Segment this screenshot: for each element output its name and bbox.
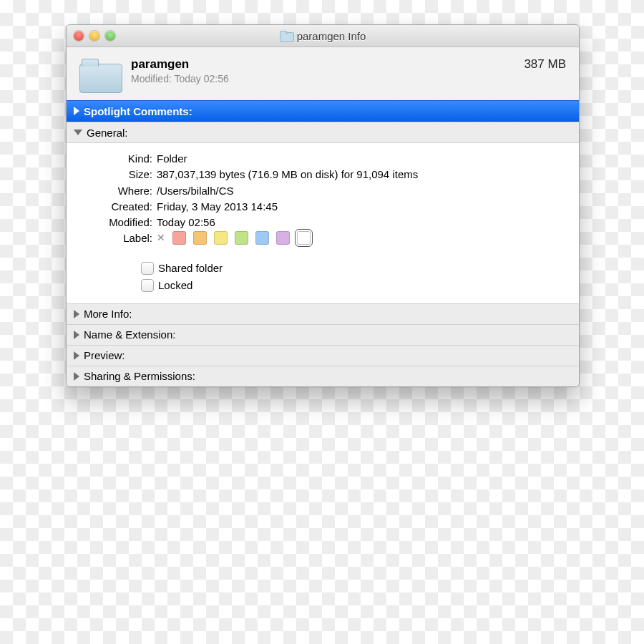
label-swatch-none[interactable] [297,231,311,245]
label-swatch-green[interactable] [235,231,248,245]
modified-value: Today 02:56 [157,215,569,230]
section-general[interactable]: General: [67,122,579,143]
section-label: More Info: [84,308,132,320]
size-value: 387,037,139 bytes (716.9 MB on disk) for… [157,167,569,182]
titlebar[interactable]: paramgen Info [67,25,579,47]
disclosure-right-icon [74,310,79,318]
label-swatch-purple[interactable] [276,231,290,245]
disclosure-right-icon [74,331,79,339]
folder-icon[interactable] [79,59,121,92]
window-title: paramgen Info [67,30,579,42]
checkbox-icon[interactable] [141,279,154,292]
section-label: Name & Extension: [84,328,175,341]
item-size: 387 MB [524,57,566,72]
section-preview[interactable]: Preview: [67,346,579,366]
window-controls [74,31,115,41]
section-label: Spotlight Comments: [84,105,192,117]
label-clear-icon[interactable]: ✕ [157,231,165,245]
locked-label: Locked [158,279,192,291]
kind-label: Kind: [77,152,157,166]
disclosure-down-icon [74,130,82,135]
size-label: Size: [77,167,157,182]
label-swatch-yellow[interactable] [214,231,228,245]
zoom-button[interactable] [105,31,115,41]
item-modified-line: Modified: Today 02:56 [131,73,515,84]
item-name: paramgen [131,57,515,72]
kind-value: Folder [157,152,569,166]
window-title-text: paramgen Info [297,30,366,42]
locked-row[interactable]: Locked [141,279,569,292]
where-value: /Users/bilalh/CS [157,184,569,198]
close-button[interactable] [74,31,84,41]
summary-header: paramgen Modified: Today 02:56 387 MB [67,47,579,100]
created-value: Friday, 3 May 2013 14:45 [157,200,569,214]
disclosure-right-icon [74,351,79,360]
created-label: Created: [77,200,157,214]
section-label: General: [87,127,128,139]
general-body: Kind: Folder Size: 387,037,139 bytes (71… [67,143,579,303]
shared-folder-label: Shared folder [158,262,223,274]
section-label: Preview: [84,349,125,361]
checkbox-icon[interactable] [141,262,154,275]
info-window: paramgen Info paramgen Modified: Today 0… [66,24,580,387]
where-label: Where: [77,184,157,198]
label-swatches: ✕ [157,231,569,245]
modified-label: Modified: [77,215,157,230]
disclosure-right-icon [74,372,79,381]
label-swatch-red[interactable] [172,231,186,245]
shared-folder-row[interactable]: Shared folder [141,262,569,275]
label-swatch-orange[interactable] [193,231,207,245]
minimize-button[interactable] [89,31,99,41]
section-more-info[interactable]: More Info: [67,303,579,325]
section-spotlight-comments[interactable]: Spotlight Comments: [67,100,579,122]
label-swatch-blue[interactable] [255,231,269,245]
section-sharing-permissions[interactable]: Sharing & Permissions: [67,366,579,386]
label-label: Label: [77,231,157,245]
disclosure-right-icon [74,107,79,115]
desktop-background: paramgen Info paramgen Modified: Today 0… [0,0,644,644]
folder-icon [280,31,293,41]
section-name-extension[interactable]: Name & Extension: [67,325,579,346]
section-label: Sharing & Permissions: [84,370,195,382]
